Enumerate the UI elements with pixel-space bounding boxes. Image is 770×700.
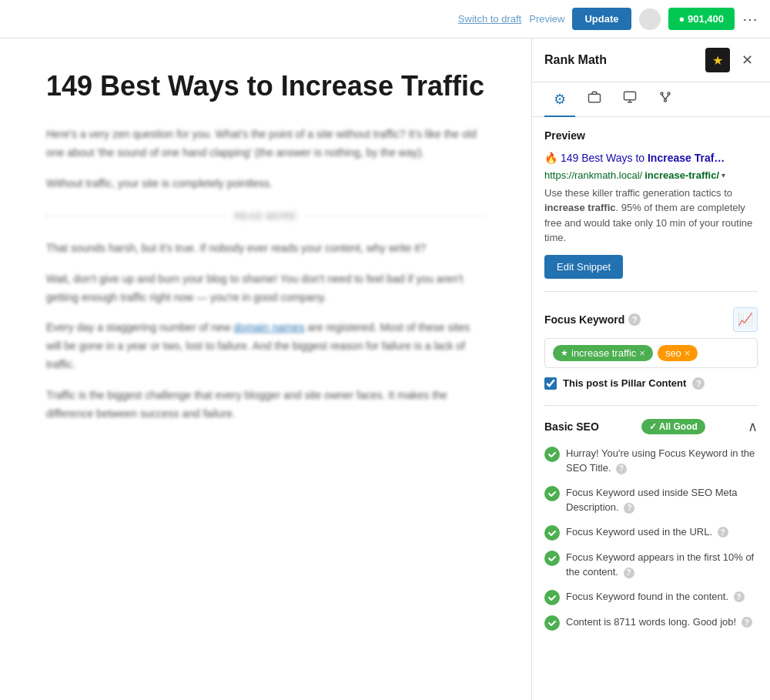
tab-social[interactable]: [578, 82, 611, 117]
seo-check-text-3: Focus Keyword used in the URL. ?: [566, 524, 758, 540]
keyword-tag-seo-text: seo: [665, 347, 681, 359]
seo-check-help-6[interactable]: ?: [742, 617, 752, 628]
body-paragraph-1: Here's a very zen question for you. What…: [46, 126, 485, 162]
seo-check-help-2[interactable]: ?: [624, 503, 634, 514]
trend-button[interactable]: 📈: [733, 307, 758, 332]
keyword-tag-seo: seo ×: [658, 345, 698, 361]
seo-check-text-1: Hurray! You're using Focus Keyword in th…: [566, 446, 758, 476]
seo-check-help-1[interactable]: ?: [616, 464, 627, 474]
all-good-badge-text: ✓ All Good: [649, 421, 698, 432]
toolbar: Switch to draft Preview Update ● 901,400…: [0, 0, 770, 39]
chevron-up-icon: ∧: [748, 419, 758, 434]
sidebar-header: Rank Math ★ ✕: [532, 39, 770, 82]
check-icon-5: [544, 590, 560, 605]
monitor-icon: [623, 92, 637, 107]
publish-button[interactable]: ● 901,400: [668, 8, 735, 30]
focus-keyword-text: Focus Keyword: [544, 313, 624, 326]
chevron-down-icon[interactable]: ▾: [721, 171, 725, 179]
all-good-badge: ✓ All Good: [641, 419, 705, 434]
preview-button[interactable]: Preview: [529, 13, 564, 25]
tab-schema[interactable]: [614, 82, 646, 117]
preview-desc-normal1: Use these killer traffic generation tact…: [544, 187, 732, 199]
editor-area: 149 Best Ways to Increase Traffic Here's…: [0, 39, 531, 700]
gear-icon: ⚙: [554, 92, 566, 107]
body-paragraph-4: Wait, don't give up and burn your blog t…: [46, 270, 485, 307]
preview-description: Use these killer traffic generation tact…: [544, 186, 758, 246]
preview-url-base: https://rankmath.local/: [544, 169, 642, 181]
svg-point-4: [661, 92, 663, 95]
sidebar-header-actions: ★ ✕: [705, 48, 758, 72]
avatar-button[interactable]: [639, 8, 661, 30]
fire-emoji: 🔥: [544, 152, 557, 164]
trend-icon: 📈: [738, 312, 753, 327]
focus-keyword-header: Focus Keyword ? 📈: [544, 307, 758, 332]
seo-check-text-5: Focus Keyword found in the content. ?: [566, 589, 758, 605]
divider-line-right: [306, 216, 485, 216]
read-more-divider: READ MORE: [46, 209, 485, 224]
svg-line-8: [665, 95, 669, 99]
seo-check-text-4: Focus Keyword appears in the first 10% o…: [566, 550, 758, 580]
divider-2: [544, 405, 758, 406]
keyword-input-box[interactable]: ★ increase traffic × seo ×: [544, 338, 758, 368]
body-paragraph-6: Traffic is the biggest challenge that ev…: [46, 387, 485, 424]
seo-check-help-3[interactable]: ?: [718, 527, 728, 538]
seo-check-text-2: Focus Keyword used inside SEO Meta Descr…: [566, 485, 758, 515]
tab-advanced[interactable]: [649, 82, 681, 117]
seo-check-6: Content is 8711 words long. Good job! ?: [544, 615, 758, 631]
rankmath-sidebar: Rank Math ★ ✕ ⚙: [531, 39, 770, 700]
update-button[interactable]: Update: [572, 8, 631, 30]
keyword-remove-increase-traffic[interactable]: ×: [639, 347, 645, 359]
preview-post-title: 🔥 149 Best Ways to Increase Traf…: [544, 151, 758, 166]
svg-rect-0: [589, 94, 601, 102]
star-icon-small: ★: [561, 348, 568, 358]
basic-seo-title: Basic SEO: [544, 420, 599, 433]
seo-check-1: Hurray! You're using Focus Keyword in th…: [544, 446, 758, 476]
switch-to-draft-button[interactable]: Switch to draft: [458, 13, 521, 25]
basic-seo-collapse-button[interactable]: ∧: [748, 418, 758, 435]
preview-url-bold: increase-traffic/: [644, 169, 719, 181]
check-icon-1: [544, 447, 560, 462]
focus-keyword-help-icon[interactable]: ?: [628, 313, 641, 326]
tab-general[interactable]: ⚙: [544, 83, 575, 117]
keyword-tag-increase-traffic: ★ increase traffic ×: [553, 345, 653, 361]
svg-rect-1: [624, 92, 636, 100]
seo-check-4: Focus Keyword appears in the first 10% o…: [544, 550, 758, 580]
svg-point-5: [668, 92, 670, 95]
preview-url: https://rankmath.local/increase-traffic/…: [544, 169, 758, 181]
close-icon: ✕: [742, 52, 753, 69]
svg-line-7: [662, 95, 666, 99]
pillar-content-help-icon[interactable]: ?: [692, 377, 705, 390]
preview-title-start: 149 Best Ways to: [561, 152, 648, 164]
seo-check-3: Focus Keyword used in the URL. ?: [544, 524, 758, 541]
sidebar-content: Preview 🔥 149 Best Ways to Increase Traf…: [532, 117, 770, 700]
keyword-tag-text: increase traffic: [571, 347, 636, 359]
close-button[interactable]: ✕: [736, 49, 758, 71]
star-button[interactable]: ★: [705, 48, 730, 72]
more-options-button[interactable]: ⋯: [742, 12, 758, 27]
pillar-content-row: This post is Pillar Content ?: [544, 377, 758, 390]
briefcase-icon: [588, 92, 601, 107]
main-layout: 149 Best Ways to Increase Traffic Here's…: [0, 39, 770, 700]
body-paragraph-5: Every day a staggering number of new dom…: [46, 319, 485, 373]
read-more-label: READ MORE: [234, 209, 297, 224]
seo-check-2: Focus Keyword used inside SEO Meta Descr…: [544, 485, 758, 515]
seo-check-help-5[interactable]: ?: [734, 591, 745, 602]
domain-names-link[interactable]: domain names: [234, 321, 305, 333]
pillar-content-checkbox[interactable]: [544, 377, 557, 390]
divider-1: [544, 291, 758, 292]
edit-snippet-button[interactable]: Edit Snippet: [544, 255, 623, 279]
check-icon-3: [544, 525, 560, 541]
check-icon-6: [544, 615, 560, 631]
post-title[interactable]: 149 Best Ways to Increase Traffic: [46, 69, 485, 102]
basic-seo-header: Basic SEO ✓ All Good ∧: [544, 418, 758, 435]
pillar-content-label: This post is Pillar Content: [563, 377, 686, 389]
focus-keyword-label: Focus Keyword ?: [544, 313, 641, 326]
check-icon-2: [544, 486, 560, 501]
svg-point-6: [665, 99, 667, 102]
divider-line-left: [46, 216, 225, 216]
seo-check-help-4[interactable]: ?: [624, 568, 634, 578]
preview-desc-bold: increase traffic: [544, 202, 616, 213]
keyword-remove-seo[interactable]: ×: [685, 347, 691, 359]
body-paragraph-2: Without traffic, your site is completely…: [46, 175, 485, 193]
sidebar-title: Rank Math: [544, 53, 607, 67]
